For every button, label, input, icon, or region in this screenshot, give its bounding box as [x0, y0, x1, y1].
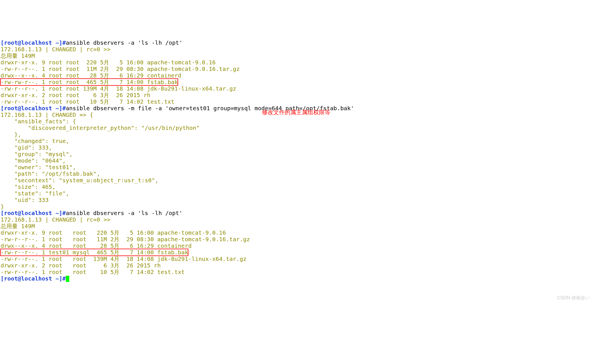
json-line: },: [1, 131, 21, 138]
json-line: "path": "/opt/fstab.bak",: [1, 170, 100, 177]
ls2-line: drwxr-xr-x. 9 root root 220 5月 5 16:00 a…: [1, 229, 226, 236]
json-line: "gid": 333,: [1, 144, 52, 151]
json-line: "ansible_facts": {: [1, 118, 76, 125]
ls2-line: -rw-r--r--. 1 root root 10 5月 7 14:02 te…: [1, 269, 185, 275]
json-line: "uid": 333: [1, 197, 49, 203]
json-line: "changed": true,: [1, 138, 69, 144]
cursor[interactable]: [66, 276, 69, 282]
ls1-line-highlight: -rw-rw-r--. 1 root root 465 5月 7 14:00 f…: [1, 79, 178, 85]
annotation-text: 修改文件的属主属组权限等: [262, 109, 330, 116]
json-line: 172.168.1.13 | CHANGED => {: [1, 111, 93, 118]
prompt: [root@localhost ~]#: [1, 275, 66, 282]
json-line: "state": "file",: [1, 190, 69, 197]
ls2-line: drwxr-xr-x. 2 root root 6 3月 26 2015 rh: [1, 262, 161, 269]
ls1-line: -rw-r--r--. 1 root root 10 5月 7 14:02 te…: [1, 98, 174, 105]
ls2-header: 172.168.1.13 | CHANGED | rc=0 >>: [1, 216, 110, 223]
command-3: ansible dbservers -a 'ls -lh /opt': [66, 210, 182, 216]
ls2-line: -rw-r--r--. 1 root root 139M 4月 18 14:08…: [1, 255, 247, 262]
ls1-line: drwxr-xr-x. 2 root root 6 3月 26 2015 rh: [1, 92, 150, 99]
ls1-total: 总用量 149M: [1, 52, 35, 59]
ls1-line: -rw-r--r--. 1 root root 139M 4月 18 14:08…: [1, 85, 236, 92]
ls2-total: 总用量 149M: [1, 223, 35, 230]
ls2-line: drwx--x--x. 4 root root 28 5月 6 16:29 co…: [1, 242, 192, 249]
ls1-header: 172.168.1.13 | CHANGED | rc=0 >>: [1, 46, 110, 53]
ls1-line: drwxr-xr-x. 9 root root 220 5月 5 16:00 a…: [1, 59, 216, 66]
command-1: ansible dbservers -a 'ls -lh /opt': [66, 39, 182, 46]
json-line: "discovered_interpreter_python": "/usr/b…: [1, 124, 200, 131]
json-line: "size": 465,: [1, 183, 56, 190]
json-line: "secontext": "system_u:object_r:usr_t:s0…: [1, 177, 158, 184]
ls1-line: -rw-r--r--. 1 root root 11M 2月 29 08:30 …: [1, 66, 240, 72]
prompt: [root@localhost ~]#: [1, 210, 66, 216]
ls1-line: drwx--x--x. 4 root root 28 5月 6 16:29 co…: [1, 72, 181, 79]
watermark: CSDN @候歩い: [557, 295, 590, 300]
ls2-line-highlight: -rw-r--r--. 1 test01 mysql 465 5月 7 14:0…: [1, 249, 188, 256]
prompt: [root@localhost ~]#: [1, 39, 66, 46]
json-line: "group": "mysql",: [1, 151, 73, 158]
json-line: }: [1, 203, 4, 210]
json-line: "mode": "0644",: [1, 157, 66, 164]
prompt: [root@localhost ~]#: [1, 105, 66, 112]
terminal-output[interactable]: [root@localhost ~]#ansible dbservers -a …: [0, 33, 592, 302]
json-line: "owner": "test01",: [1, 164, 76, 171]
ls2-line: -rw-r--r--. 1 root root 11M 2月 29 08:30 …: [1, 236, 250, 243]
